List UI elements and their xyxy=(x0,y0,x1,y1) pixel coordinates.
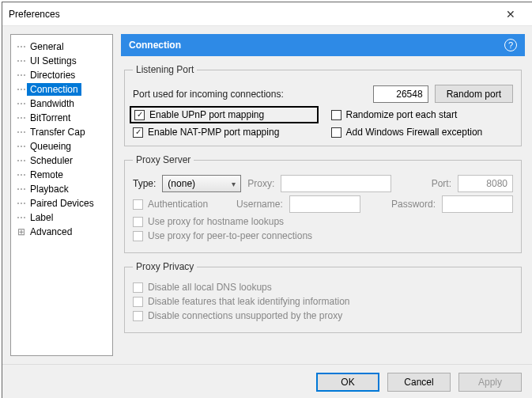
natpmp-checkbox[interactable]: Enable NAT-PMP port mapping xyxy=(133,127,315,138)
content-header: Connection ? xyxy=(121,34,525,56)
checkbox-icon xyxy=(133,282,143,293)
listening-port-group: Listening Port Port used for incoming co… xyxy=(124,64,522,146)
help-icon[interactable]: ? xyxy=(504,39,517,51)
proxy-server-legend: Proxy Server xyxy=(133,154,194,165)
proxy-host-input xyxy=(281,175,391,192)
password-label: Password: xyxy=(391,199,436,210)
sidebar-item-ui-settings[interactable]: ⋯UI Settings xyxy=(14,54,109,68)
tree-dash-icon: ⋯ xyxy=(16,184,27,195)
checkbox-icon xyxy=(133,231,143,241)
window-title: Preferences xyxy=(9,9,495,20)
proxy-host-label: Proxy: xyxy=(247,178,274,189)
sidebar-item-playback[interactable]: ⋯Playback xyxy=(14,182,109,196)
sidebar-item-label[interactable]: ⋯Label xyxy=(14,210,109,225)
sidebar-item-paired-devices[interactable]: ⋯Paired Devices xyxy=(14,196,109,210)
sidebar: ⋯General ⋯UI Settings ⋯Directories ⋯Conn… xyxy=(10,34,113,356)
password-input xyxy=(442,195,513,213)
proxy-server-group: Proxy Server Type: (none) ▾ Proxy: Port: xyxy=(124,154,522,253)
upnp-checkbox[interactable]: Enable UPnP port mapping xyxy=(130,106,319,123)
disable-unsupported-checkbox: Disable connections unsupported by the p… xyxy=(133,310,342,321)
disable-leak-checkbox: Disable features that leak identifying i… xyxy=(133,296,349,307)
tree-dash-icon: ⋯ xyxy=(16,41,27,52)
proxy-type-label: Type: xyxy=(133,178,156,189)
randomize-checkbox[interactable]: Randomize port each start xyxy=(331,108,514,122)
sidebar-item-bandwidth[interactable]: ⋯Bandwidth xyxy=(14,97,109,111)
username-label: Username: xyxy=(236,199,283,210)
proxy-port-label: Port: xyxy=(432,178,451,189)
username-input xyxy=(289,195,360,213)
proxy-type-select[interactable]: (none) ▾ xyxy=(162,175,241,192)
chevron-down-icon: ▾ xyxy=(232,180,236,188)
proxy-port-input xyxy=(458,175,513,192)
port-input[interactable] xyxy=(373,85,428,103)
tree-dash-icon: ⋯ xyxy=(16,112,27,123)
cancel-button[interactable]: Cancel xyxy=(387,373,451,392)
disable-dns-checkbox: Disable all local DNS lookups xyxy=(133,282,272,293)
tree-dash-icon: ⋯ xyxy=(16,198,27,209)
checkbox-icon xyxy=(134,110,145,120)
tree-dash-icon: ⋯ xyxy=(16,141,27,152)
tree-dash-icon: ⋯ xyxy=(16,55,27,66)
page-title: Connection xyxy=(129,40,181,51)
sidebar-item-remote[interactable]: ⋯Remote xyxy=(14,168,109,182)
listening-port-legend: Listening Port xyxy=(133,64,197,75)
sidebar-item-advanced[interactable]: ⊞Advanced xyxy=(14,225,109,239)
sidebar-item-queueing[interactable]: ⋯Queueing xyxy=(14,139,109,154)
checkbox-icon xyxy=(331,110,341,120)
sidebar-item-connection[interactable]: ⋯Connection xyxy=(14,82,109,97)
checkbox-icon xyxy=(331,127,341,138)
checkbox-icon xyxy=(133,297,143,307)
tree-plus-icon[interactable]: ⊞ xyxy=(16,226,27,237)
sidebar-item-general[interactable]: ⋯General xyxy=(14,40,109,54)
sidebar-item-bittorrent[interactable]: ⋯BitTorrent xyxy=(14,111,109,125)
port-label: Port used for incoming connections: xyxy=(133,89,284,100)
sidebar-item-directories[interactable]: ⋯Directories xyxy=(14,68,109,82)
checkbox-icon xyxy=(133,127,143,138)
dialog-body: ⋯General ⋯UI Settings ⋯Directories ⋯Conn… xyxy=(2,26,532,364)
checkbox-icon xyxy=(133,311,143,321)
tree-dash-icon: ⋯ xyxy=(16,212,27,223)
proxy-privacy-group: Proxy Privacy Disable all local DNS look… xyxy=(124,261,522,333)
dialog-footer: OK Cancel Apply xyxy=(2,364,532,398)
proxy-p2p-checkbox: Use proxy for peer-to-peer connections xyxy=(133,230,312,241)
checkbox-icon xyxy=(133,199,143,210)
preferences-window: Preferences ✕ ⋯General ⋯UI Settings ⋯Dir… xyxy=(2,2,532,398)
sidebar-item-transfer-cap[interactable]: ⋯Transfer Cap xyxy=(14,125,109,139)
titlebar: Preferences ✕ xyxy=(2,2,532,26)
proxy-hostname-checkbox: Use proxy for hostname lookups xyxy=(133,216,284,227)
ok-button[interactable]: OK xyxy=(316,373,379,392)
tree-dash-icon: ⋯ xyxy=(16,155,27,166)
tree-dash-icon: ⋯ xyxy=(16,70,27,81)
tree-dash-icon: ⋯ xyxy=(16,127,27,138)
firewall-checkbox[interactable]: Add Windows Firewall exception xyxy=(331,127,514,138)
random-port-button[interactable]: Random port xyxy=(435,85,513,103)
tree-dash-icon: ⋯ xyxy=(16,98,27,109)
close-icon[interactable]: ✕ xyxy=(495,8,526,21)
checkbox-icon xyxy=(133,217,143,227)
proxy-privacy-legend: Proxy Privacy xyxy=(133,261,197,272)
content-pane: Listening Port Port used for incoming co… xyxy=(121,56,525,356)
content: Connection ? Listening Port Port used fo… xyxy=(121,34,525,356)
sidebar-item-scheduler[interactable]: ⋯Scheduler xyxy=(14,154,109,168)
tree-dash-icon: ⋯ xyxy=(16,169,27,180)
apply-button: Apply xyxy=(458,373,522,392)
tree-dash-icon: ⋯ xyxy=(16,84,27,95)
auth-checkbox: Authentication xyxy=(133,199,208,210)
